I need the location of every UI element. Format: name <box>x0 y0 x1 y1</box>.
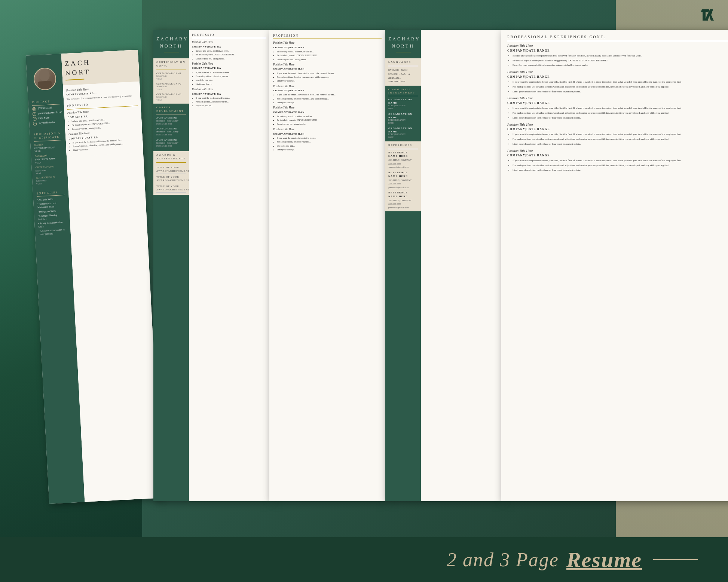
org2-date: DATE <box>388 122 418 125</box>
comp1-p2: COMPANY|DATE RA <box>192 45 266 48</box>
p5-bullets3: If you want the emphasis to be on your t… <box>507 107 728 120</box>
avatar <box>33 67 56 91</box>
course2-date: FEBRUARY 2022 <box>156 134 186 137</box>
p5-b5-1: If you want the emphasis to be on your t… <box>513 159 728 163</box>
p5-bullets2: If you want the emphasis to be on your t… <box>507 80 728 94</box>
ref2-phone: 333-333-3333 <box>388 182 418 185</box>
cert1-year-p2: YEAR <box>156 78 186 81</box>
cert-cont-section: CERTIFICATION CONT. CERTIFICATION #1 Sch… <box>153 58 189 104</box>
resume-page-3: PROFESSION Position Title Here COMPANY|D… <box>269 30 385 501</box>
p5-b3-1: If you want the emphasis to be on your t… <box>513 107 728 110</box>
bottom-decorative-line <box>653 559 698 560</box>
p5-b1-2: Be details in your descriptions without … <box>513 59 728 63</box>
expertise-6: • Ability to remain calm in under pressu… <box>39 228 67 236</box>
ref1-name: REFERENCE NAME HERE <box>388 151 418 159</box>
p5-b5-3: Limit your description to the three or f… <box>513 169 728 172</box>
award3: TITLE OF YOUR AWARD/ACHIEVEMENT <box>156 183 186 193</box>
page3-content: PROFESSION Position Title Here COMPANY|D… <box>269 30 385 157</box>
phone-item: ☎ 333.333.3333 <box>32 106 60 111</box>
pos2-p2: Position Title Here <box>192 62 266 66</box>
name-p4: ZACHARYNORTH <box>388 36 418 50</box>
phone-icon: ☎ <box>32 107 36 111</box>
svg-rect-1 <box>37 81 52 91</box>
lang-gold-line <box>388 66 418 66</box>
p5-b1-3: Describe your responsibilities in concis… <box>513 64 728 67</box>
pos1-p2: Position Title Here <box>192 40 266 45</box>
profess-title-p2: PROFESSIO <box>192 33 266 37</box>
p5-bullets1: Include any specific accomplishments you… <box>507 54 728 67</box>
p3-b10: Include any speci... position, as well a… <box>277 115 382 118</box>
p2-b2: Be details in your d... ON YOUR RESUM... <box>196 53 266 56</box>
gold-divider-p2 <box>164 52 179 52</box>
p5-bullets4: If you want the emphasis to be on your t… <box>507 133 728 146</box>
awards-section: AWARDS &ACHIEVEMENTS TITLE OF YOUR AWARD… <box>153 151 189 195</box>
cert2-year-p2: YEAR <box>156 88 186 91</box>
page4-main <box>421 30 501 501</box>
gold-line-main-p2 <box>192 38 266 38</box>
gold-divider-p4 <box>396 52 411 52</box>
p3-b6: Limit your descrip... <box>277 79 382 82</box>
expertise-title: EXPERTISE <box>37 190 65 197</box>
p5-b3-2: For each position, use detailed actions … <box>513 111 728 115</box>
course3-date: FEBRUARY 2022 <box>156 145 186 148</box>
lang-title: LANGUAGES <box>388 61 418 64</box>
p3-comp3: COMPANY|DATE RAN <box>273 89 382 92</box>
references-section: REFERENCES REFERENCE NAME HERE JOB TITLE… <box>385 141 421 211</box>
org3-date: DATE <box>388 136 418 139</box>
p5-b4-3: Limit your description to the three or f… <box>513 143 728 146</box>
award2: TITLE OF YOUR AWARD/ACHIEVEMENT <box>156 174 186 183</box>
p2-b5: For each position... describe your re... <box>196 75 266 78</box>
education-title: EDUCATION &CERTIFICATE <box>34 131 62 141</box>
p3-pos2: Position Title Here <box>273 63 382 67</box>
bottom-text-resume: Resume <box>566 547 642 572</box>
p3-b14: For each position, describe your res... <box>277 140 382 143</box>
p2-b8: If you want the e... is worked is mor... <box>196 97 266 99</box>
location-icon: ⊙ <box>33 117 37 121</box>
comp3-p2: COMPANY|DATE RA <box>192 92 266 95</box>
p3-b1: Include any speci... position, as well a… <box>277 50 382 53</box>
p3-b7: If you want the emph... is worked is mor… <box>277 93 382 96</box>
course3-detail: Institution – State/Country <box>156 142 186 145</box>
course1-detail: Institution – State/Country <box>156 120 186 123</box>
p5-b2-3: Limit your description to the three or f… <box>513 90 728 94</box>
expertise-2: • Collaboration and Motivation Skills <box>37 201 65 209</box>
p3-b3: Describe your res... strong verbs. <box>277 58 382 61</box>
p3-b13: If you want the emph... is worked is mor… <box>277 137 382 140</box>
lang1: ENGLISH – Native <box>388 68 418 71</box>
ref-title: REFERENCES <box>388 144 418 147</box>
org1-name: Organization Name <box>388 98 418 104</box>
p2-b1: Include any spec... position, as well... <box>196 49 266 52</box>
career-dev-section: CAREER DEVELOPMENT NAME OF COURSE Instit… <box>153 104 189 150</box>
p5-comp5: COMPANY|DATE RANGE <box>507 153 728 157</box>
resume-page-1: CONTACT ☎ 333.333.3333 ✉ youremail@email… <box>26 50 161 504</box>
gold-divider-p1 <box>65 79 84 80</box>
org3-role: ROLE | LOCATION <box>388 133 418 136</box>
career-dev-title: CAREER DEVELOPMENT <box>156 106 186 114</box>
email-icon: ✉ <box>33 112 37 116</box>
p3-comp1: COMPANY|DATE RAN <box>273 46 382 49</box>
p5-b1-1: Include any specific accomplishments you… <box>513 54 728 58</box>
languages-section: LANGUAGES ENGLISH – Native SPANISH – Pre… <box>385 58 421 85</box>
p5-b2-2: For each position, use detailed actions … <box>513 85 728 89</box>
course2-name: NAME OF COURSE <box>156 127 186 130</box>
name-p2: ZACHARYNORTH <box>156 36 186 50</box>
location-text: City, State <box>38 116 49 120</box>
resume-pages-container: CONTACT ☎ 333.333.3333 ✉ youremail@email… <box>37 22 706 533</box>
course1-name: NAME OF COURSE <box>156 116 186 119</box>
p2-b6: any skills you ap... <box>196 79 266 82</box>
ref2-job: JOB TITLE | COMPANY <box>388 179 418 182</box>
p5-b5-2: For each position, use detailed actions … <box>513 164 728 168</box>
profess-title-p1: PROFESSIO <box>67 100 138 108</box>
pos3-p2: Position Title Here <box>192 88 266 92</box>
p5-comp2: COMPANY|DATE RANGE <box>507 75 728 79</box>
p3-b12: Describe your re... strong verbs. <box>277 123 382 126</box>
p5-pos2: Position Title Here <box>507 70 728 74</box>
ref3-name: REFERENCE NAME HERE <box>388 191 418 199</box>
bottom-banner: 2 and 3 Page Resume <box>0 537 728 582</box>
expertise-section: EXPERTISE • Analysis Skills • Collaborat… <box>33 187 71 240</box>
p3-comp4: COMPANY|DATE RAN <box>273 110 382 114</box>
resume-page-2: ZACHARYNORTH CERTIFICATION CONT. CERTIFI… <box>153 30 269 501</box>
linkedin-text: in/yourlinkedin <box>39 120 55 125</box>
p5-pos5: Position Title Here <box>507 148 728 153</box>
p5-pos4: Position Title Here <box>507 122 728 127</box>
